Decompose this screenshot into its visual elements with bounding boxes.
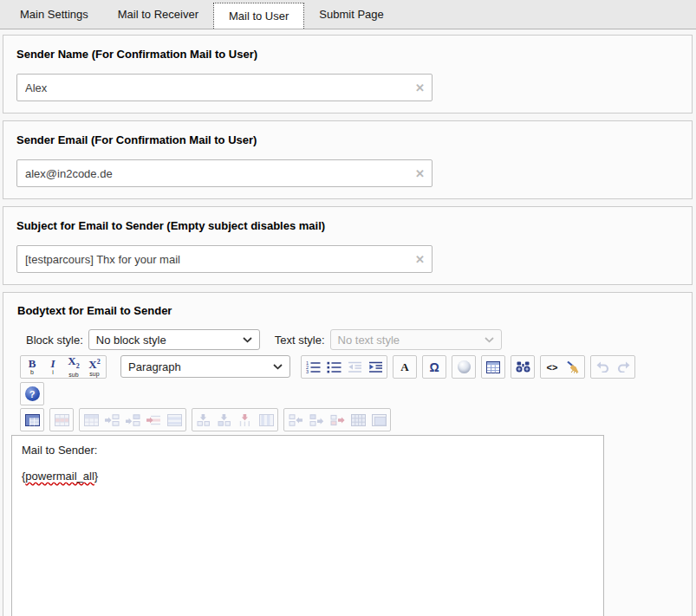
remove-format-broom-icon[interactable] [563, 356, 583, 378]
insert-cell-before-icon [285, 409, 306, 431]
rte-editor-body[interactable]: Mail to Sender: {powermail_all} [11, 435, 604, 616]
clear-icon[interactable]: ✕ [415, 168, 425, 179]
split-cell-icon [368, 409, 389, 431]
sender-email-label: Sender Email (For Confirmation Mail to U… [16, 133, 679, 146]
find-replace-icon[interactable] [512, 356, 533, 378]
list-indent-group: 1 2 3 [301, 355, 387, 379]
chevron-down-icon [243, 337, 252, 343]
column-operations-group [192, 408, 278, 431]
text-format-group: B b I i X2 sub X2 sup [20, 355, 107, 379]
bold-button[interactable]: B b [22, 356, 42, 378]
text-style-select: No text style [330, 329, 502, 350]
special-char-group: Ω [422, 355, 446, 379]
subscript-button[interactable]: X2 sub [63, 356, 84, 378]
bullet-list-icon[interactable] [323, 356, 344, 378]
merge-cells-icon [348, 409, 368, 431]
clear-icon[interactable]: ✕ [415, 254, 425, 265]
row-properties-icon [51, 409, 72, 431]
sender-name-label: Sender Name (For Confirmation Mail to Us… [16, 48, 679, 61]
spellcheck-underlined-word: powermail_all [25, 470, 94, 483]
image-group [452, 355, 476, 379]
table-properties-group [20, 408, 44, 431]
subject-label: Subject for Email to Sender (Empty subje… [16, 219, 679, 232]
subject-input[interactable] [16, 245, 433, 273]
ordered-list-icon[interactable]: 1 2 3 [302, 356, 323, 378]
bodytext-label: Bodytext for Email to Sender [17, 304, 685, 317]
bodytext-rte-panel: Bodytext for Email to Sender Block style… [3, 292, 693, 616]
editor-line-1: Mail to Sender: [22, 444, 594, 457]
block-style-label: Block style: [26, 334, 83, 347]
table-group [481, 355, 505, 379]
rte-toolbar-row-3 [20, 408, 685, 431]
delete-cell-icon [327, 409, 348, 431]
find-replace-group [511, 355, 535, 379]
chevron-down-icon [273, 364, 283, 370]
insert-special-character-icon[interactable]: Ω [424, 356, 445, 378]
rte-style-row: Block style: No block style Text style: … [26, 329, 685, 350]
tab-mail-to-user[interactable]: Mail to User [213, 3, 304, 29]
insert-column-after-icon [214, 409, 235, 431]
insert-cell-after-icon [306, 409, 327, 431]
help-icon[interactable]: ? [22, 383, 42, 405]
clear-icon[interactable]: ✕ [415, 82, 425, 94]
row-properties-group [49, 408, 74, 431]
view-source-icon[interactable]: <> [542, 356, 563, 378]
delete-row-icon [143, 409, 164, 431]
svg-text:3: 3 [306, 369, 309, 373]
rte-toolbar-row-2: ? [20, 382, 685, 405]
row-split-icon [81, 409, 101, 431]
insert-table-icon[interactable] [483, 356, 504, 378]
delete-column-icon [235, 409, 256, 431]
outdent-icon [344, 356, 365, 378]
column-band-icon [256, 409, 276, 431]
paragraph-format-select[interactable]: Paragraph [120, 355, 290, 378]
row-operations-group [79, 408, 186, 431]
rte-toolbar-row-1: B b I i X2 sub X2 sup Paragraph [20, 355, 685, 379]
sender-email-input[interactable] [16, 159, 433, 187]
text-style-label: Text style: [275, 334, 325, 347]
sender-name-input-wrap: ✕ [16, 74, 433, 101]
undo-redo-group [590, 355, 635, 379]
superscript-button[interactable]: X2 sup [84, 356, 105, 378]
table-properties-icon[interactable] [22, 409, 42, 431]
editor-line-2: {powermail_all} [22, 470, 594, 483]
insert-column-before-icon [193, 409, 214, 431]
tab-bar: Main Settings Mail to Receiver Mail to U… [0, 0, 696, 29]
subject-panel: Subject for Email to Sender (Empty subje… [3, 206, 693, 285]
insert-image-icon [453, 356, 474, 378]
insert-row-before-icon [101, 409, 122, 431]
acronym-button[interactable]: A [394, 356, 415, 378]
cell-operations-group [283, 408, 391, 431]
row-band-icon [164, 409, 185, 431]
sender-email-input-wrap: ✕ [16, 159, 433, 187]
chevron-down-icon [485, 337, 494, 343]
sender-email-panel: Sender Email (For Confirmation Mail to U… [3, 120, 693, 199]
undo-icon [592, 356, 613, 378]
help-group: ? [20, 382, 44, 405]
redo-icon [613, 356, 634, 378]
subject-input-wrap: ✕ [16, 245, 433, 273]
indent-icon[interactable] [365, 356, 386, 378]
tab-main-settings[interactable]: Main Settings [5, 0, 103, 29]
insert-row-after-icon [122, 409, 143, 431]
tab-submit-page[interactable]: Submit Page [304, 0, 398, 29]
block-style-select[interactable]: No block style [88, 329, 260, 350]
sender-name-input[interactable] [16, 74, 433, 101]
italic-button[interactable]: I i [42, 356, 63, 378]
acronym-group: A [393, 355, 417, 379]
sender-name-panel: Sender Name (For Confirmation Mail to Us… [3, 35, 693, 113]
tab-mail-to-receiver[interactable]: Mail to Receiver [103, 0, 213, 29]
source-clean-group: <> [540, 355, 585, 379]
